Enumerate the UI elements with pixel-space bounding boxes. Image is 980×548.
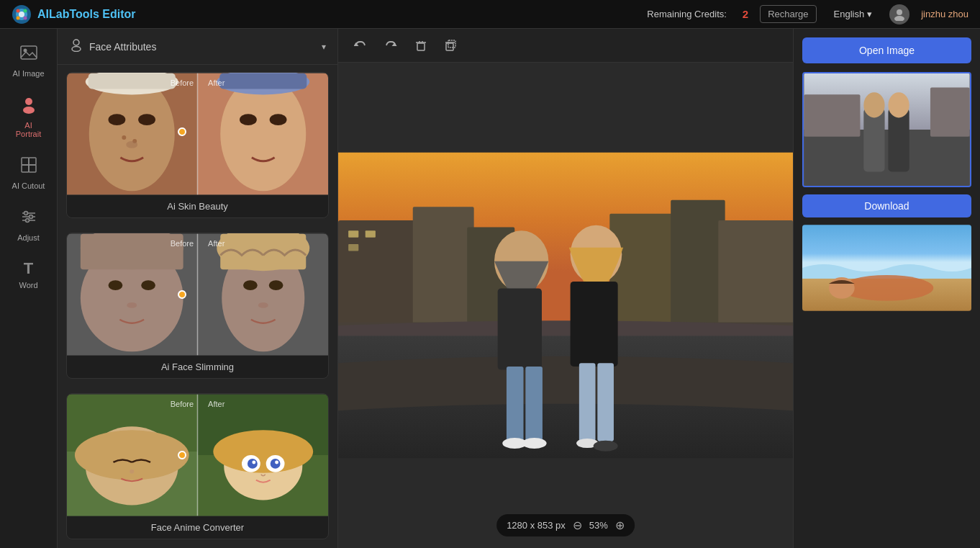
sidebar-item-ai-cutout[interactable]: AI Cutout — [3, 150, 55, 196]
svg-point-23 — [73, 40, 79, 45]
open-image-button[interactable]: Open Image — [802, 37, 971, 63]
sidebar-item-ai-portrait-label: AI Portrait — [12, 121, 46, 138]
zoom-in-button[interactable]: ⊕ — [615, 518, 625, 532]
svg-rect-110 — [888, 109, 909, 172]
svg-rect-113 — [930, 88, 970, 137]
app-logo: AILabTools Editor — [12, 4, 136, 24]
username-label[interactable]: jinzhu zhou — [921, 9, 968, 19]
sidebar-item-adjust[interactable]: Adjust — [3, 202, 55, 248]
svg-rect-34 — [89, 73, 176, 89]
svg-point-45 — [109, 280, 123, 290]
sidebar-item-ai-portrait[interactable]: AI Portrait — [3, 89, 55, 144]
feature-dropdown[interactable]: Face Attributes ▾ — [89, 41, 326, 53]
selected-thumbnail[interactable] — [802, 72, 971, 187]
svg-rect-39 — [219, 73, 307, 89]
svg-rect-13 — [22, 158, 29, 165]
svg-point-111 — [888, 92, 909, 117]
zoom-level-label: 53% — [589, 520, 608, 531]
svg-point-7 — [897, 9, 902, 15]
sidebar-item-adjust-label: Adjust — [17, 233, 40, 242]
download-button[interactable]: Download — [802, 194, 971, 217]
recharge-button[interactable]: Recharge — [760, 5, 816, 23]
thumbnail-1-image — [804, 73, 970, 186]
svg-rect-94 — [498, 288, 542, 369]
svg-point-22 — [25, 219, 29, 223]
svg-rect-16 — [29, 165, 36, 172]
delete-button[interactable] — [410, 35, 432, 56]
svg-point-70 — [275, 460, 278, 464]
canvas-area: 1280 x 853 px ⊖ 53% ⊕ — [338, 29, 793, 548]
after-label-3: After — [208, 400, 224, 408]
clear-all-button[interactable] — [440, 35, 462, 56]
svg-point-2 — [19, 12, 24, 17]
svg-point-3 — [17, 9, 20, 12]
svg-point-5 — [17, 16, 20, 19]
adjustment-handle[interactable] — [178, 127, 186, 136]
panel-header: Face Attributes ▾ — [58, 29, 337, 65]
svg-rect-89 — [366, 230, 376, 237]
svg-point-24 — [72, 47, 81, 52]
svg-rect-14 — [29, 158, 36, 165]
credits-label: Remaining Credits: — [647, 9, 727, 19]
after-label: After — [208, 78, 224, 87]
svg-point-60 — [130, 470, 134, 474]
panel-header-icon — [69, 37, 83, 55]
anime-converter-label: Face Anime Converter — [67, 516, 328, 539]
svg-rect-107 — [804, 130, 969, 186]
svg-rect-80 — [448, 40, 455, 48]
language-selector[interactable]: English ▾ — [828, 6, 879, 22]
skin-beauty-svg — [67, 73, 328, 195]
skin-beauty-preview: Before After — [67, 73, 328, 195]
credits-count: 2 — [743, 8, 748, 20]
word-icon: T — [24, 259, 33, 278]
svg-rect-88 — [348, 230, 358, 237]
svg-point-68 — [271, 459, 281, 469]
svg-rect-90 — [348, 244, 358, 251]
main-canvas-image — [338, 143, 793, 467]
redo-button[interactable] — [380, 35, 401, 56]
app-header: AILabTools Editor Remaining Credits: 2 R… — [0, 0, 980, 29]
second-thumbnail[interactable] — [802, 225, 971, 311]
undo-button[interactable] — [350, 35, 371, 56]
feature-dropdown-label: Face Attributes — [89, 41, 156, 53]
sidebar-item-word[interactable]: T Word — [3, 253, 55, 295]
svg-point-11 — [25, 98, 32, 105]
svg-rect-44 — [81, 234, 183, 270]
canvas-wrapper: 1280 x 853 px ⊖ 53% ⊕ — [338, 63, 793, 548]
svg-point-67 — [248, 459, 258, 469]
before-after-labels: Before After — [171, 78, 225, 87]
sidebar-item-ai-image[interactable]: AI Image — [3, 37, 55, 84]
svg-point-21 — [29, 215, 32, 219]
anime-svg — [67, 394, 328, 516]
zoom-out-button[interactable]: ⊖ — [573, 518, 582, 532]
face-slimming-svg — [67, 233, 328, 356]
adjustment-handle-3[interactable] — [178, 451, 186, 459]
feature-card-anime-converter[interactable]: Before After — [66, 393, 329, 539]
svg-point-32 — [126, 141, 137, 148]
svg-rect-85 — [609, 214, 677, 329]
svg-point-6 — [24, 16, 27, 19]
svg-rect-101 — [579, 363, 596, 441]
logo-icon — [12, 4, 32, 24]
svg-point-47 — [127, 302, 137, 308]
before-label: Before — [171, 78, 194, 87]
svg-point-12 — [23, 107, 35, 114]
adjustment-handle-2[interactable] — [178, 290, 186, 299]
feature-card-skin-beauty[interactable]: Before After — [66, 72, 329, 218]
feature-card-face-slimming[interactable]: Before After — [66, 233, 329, 379]
svg-point-29 — [138, 114, 155, 125]
before-label-3: Before — [171, 400, 194, 408]
ai-image-icon — [19, 43, 38, 66]
svg-rect-87 — [718, 220, 793, 329]
svg-point-109 — [863, 92, 884, 117]
svg-point-20 — [24, 212, 27, 215]
sidebar-item-ai-cutout-label: AI Cutout — [12, 181, 45, 190]
feature-panel: Face Attributes ▾ Before After — [58, 29, 338, 548]
svg-point-46 — [141, 280, 155, 290]
svg-rect-112 — [804, 94, 860, 137]
left-sidebar: AI Image AI Portrait AI Cutout Adjust T … — [0, 29, 58, 548]
svg-point-4 — [24, 9, 27, 12]
svg-rect-78 — [446, 43, 453, 50]
user-avatar[interactable] — [889, 4, 909, 24]
face-slimming-label: Ai Face Slimming — [67, 356, 328, 378]
